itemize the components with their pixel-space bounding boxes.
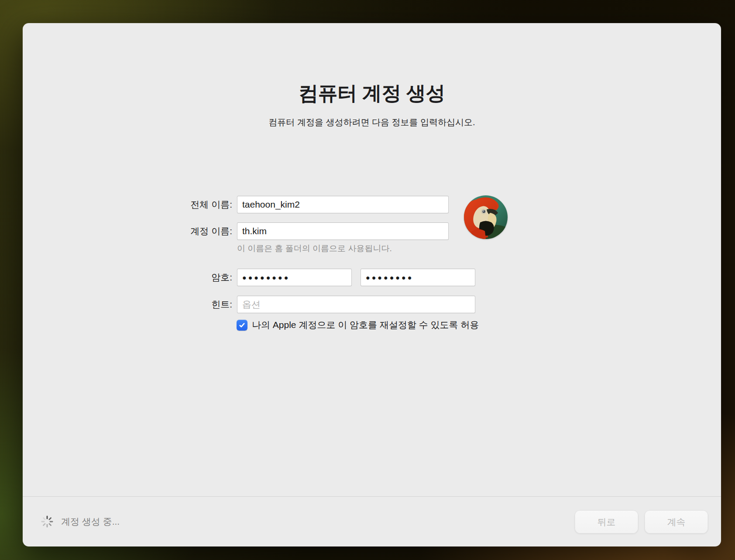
back-button[interactable]: 뒤로 [575,510,638,533]
progress-spinner-icon [40,515,54,529]
parrot-avatar-image [464,195,508,239]
continue-button[interactable]: 계속 [645,510,708,533]
setup-assistant-window: 컴퓨터 계정 생성 컴퓨터 계정을 생성하려면 다음 정보를 입력하십시오. 전… [23,23,721,546]
password-confirm-input[interactable] [361,269,475,286]
full-name-label: 전체 이름: [110,196,232,213]
apple-account-reset-checkbox[interactable] [237,320,247,331]
apple-account-reset-row: 나의 Apple 계정으로 이 암호를 재설정할 수 있도록 허용 [237,319,479,331]
account-name-input[interactable] [237,222,449,240]
checkmark-icon [239,322,245,328]
password-label: 암호: [110,269,232,286]
footer-divider [23,496,721,497]
footer-status: 계정 생성 중... [40,514,120,529]
account-name-label: 계정 이름: [110,222,232,240]
full-name-input[interactable] [237,196,449,213]
page-title: 컴퓨터 계정 생성 [23,80,721,106]
account-avatar [464,195,508,239]
hint-label: 힌트: [110,296,232,313]
password-input[interactable] [237,269,352,286]
account-name-helper-text: 이 이름은 홈 폴더의 이름으로 사용됩니다. [237,243,392,254]
status-text: 계정 생성 중... [61,516,120,528]
hint-input[interactable] [237,296,475,313]
page-subtitle: 컴퓨터 계정을 생성하려면 다음 정보를 입력하십시오. [23,116,721,128]
apple-account-reset-label: 나의 Apple 계정으로 이 암호를 재설정할 수 있도록 허용 [252,319,479,331]
